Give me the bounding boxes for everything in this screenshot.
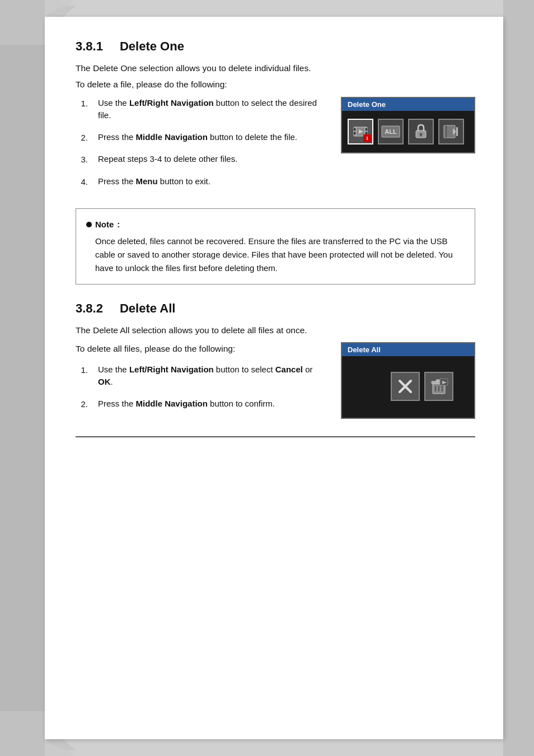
note-bullet-icon [86,222,92,227]
section-382-number: 3.8.2 [76,301,103,316]
section-381-intro1: The Delete One selection allows you to d… [76,62,475,74]
svg-rect-15 [446,125,447,138]
note-box-381: Note: Once deleted, files cannot be reco… [76,208,475,284]
step-381-2: 2. Press the Middle Navigation button to… [76,131,330,144]
steps-col-382: To delete all files, please do the follo… [76,342,330,419]
section-382: 3.8.2 Delete All The Delete All selectio… [76,301,475,437]
steps-image-layout-382: To delete all files, please do the follo… [76,342,475,419]
svg-text:ALL: ALL [385,128,397,135]
steps-image-layout-381: 1. Use the Left/Right Navigation button … [76,97,475,198]
svg-rect-2 [354,128,356,130]
section-382-title: Delete All [120,301,175,316]
image-col-381: Delete One [341,97,475,153]
image-col-382: Delete All [341,342,475,419]
section-381-heading: 3.8.1 Delete One [76,39,475,54]
main-page: 3.8.1 Delete One The Delete One selectio… [45,17,503,739]
step-382-2: 2. Press the Middle Navigation button to… [76,398,330,411]
section-381-title: Delete One [120,39,184,54]
svg-rect-3 [354,132,356,134]
svg-rect-4 [365,128,367,130]
screenshot-delete-one-title: Delete One [342,98,474,111]
icon-trash-all [424,372,453,401]
svg-rect-0 [503,0,534,756]
note-label-381: Note: [86,218,462,231]
icon-forward [438,119,464,144]
section-381: 3.8.1 Delete One The Delete One selectio… [76,39,475,284]
icon-cancel-x [391,372,420,401]
steps-list-382: 1. Use the Left/Right Navigation button … [76,363,330,411]
svg-rect-5 [365,132,367,134]
svg-rect-17 [456,127,458,136]
section-382-intro2: To delete all files, please do the follo… [76,342,330,355]
screenshot-icons-row: 1 ALL [342,115,474,148]
step-381-1: 1. Use the Left/Right Navigation button … [76,97,330,122]
section-382-intro1: The Delete All selection allows you to d… [76,324,475,337]
section-381-intro2: To delete a file, please do the followin… [76,78,475,91]
icon-film-1: 1 [348,119,373,144]
step-381-4: 4. Press the Menu button to exit. [76,175,330,189]
screenshot-delete-all-title: Delete All [342,343,474,356]
section-381-number: 3.8.1 [76,39,103,54]
screenshot-delete-all: Delete All [341,342,475,419]
step-382-1: 1. Use the Left/Right Navigation button … [76,363,330,389]
icon-badge-1: 1 [363,134,371,142]
steps-list-381: 1. Use the Left/Right Navigation button … [76,97,330,189]
steps-col-381: 1. Use the Left/Right Navigation button … [76,97,330,198]
note-content-381: Once deleted, files cannot be recovered.… [95,235,462,275]
icon-lock [408,119,434,144]
step-381-3: 3. Repeat steps 3-4 to delete other file… [76,153,330,166]
svg-rect-13 [420,134,421,137]
icon-all: ALL [378,119,404,144]
bottom-divider [76,436,475,437]
screenshot-delete-all-icons [342,361,474,407]
section-382-heading: 3.8.2 Delete All [76,301,475,316]
screenshot-delete-one: Delete One [341,97,475,153]
